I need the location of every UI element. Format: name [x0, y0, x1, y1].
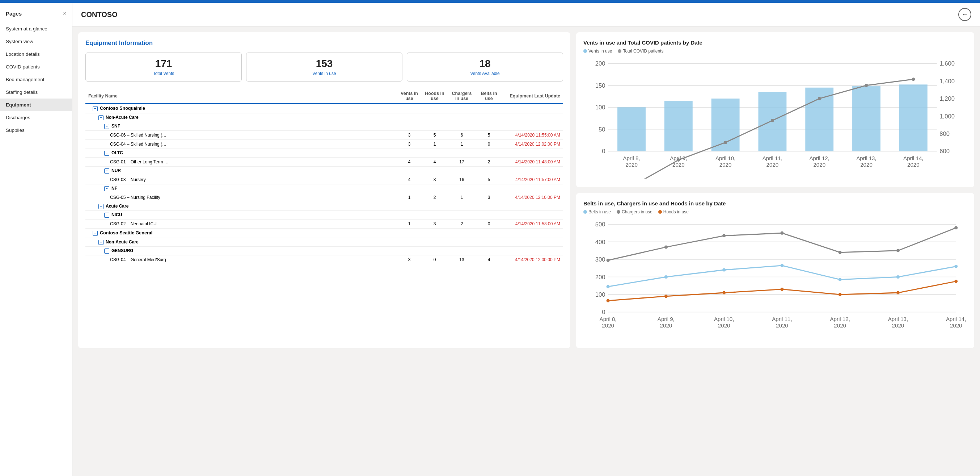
sidebar-close-button[interactable]: ×	[63, 10, 66, 17]
x-label: 2020	[860, 161, 872, 168]
collapse-icon[interactable]: −	[104, 186, 109, 191]
x-label: 2020	[672, 161, 685, 168]
sidebar-item-bed-management[interactable]: Bed management	[0, 73, 72, 86]
col-belts: Belts in use	[476, 89, 501, 104]
legend-dot	[618, 49, 621, 53]
content-area: CONTOSO ← Equipment Information 171Total…	[72, 3, 980, 476]
y-label-right: 1,200	[939, 95, 955, 102]
collapse-icon[interactable]: −	[99, 204, 103, 209]
collapse-icon[interactable]: −	[104, 168, 109, 174]
facility-name: CSG-06 – Skilled Nursing (…	[85, 131, 397, 140]
line-dot	[722, 268, 725, 272]
line-dot	[912, 78, 915, 81]
line-dot	[665, 294, 668, 298]
belts-value: 5	[476, 131, 501, 140]
col-vents: Vents in use	[397, 89, 422, 104]
y-label: 100	[595, 291, 605, 298]
collapse-icon[interactable]: −	[104, 124, 109, 129]
table-row: −Non-Acute Care	[85, 238, 563, 247]
table-row: CSG-03 – Nursery 4 3 16 5 4/14/2020 11:5…	[85, 175, 563, 184]
facility-name: CSG-01 – Other Long Term …	[85, 158, 397, 167]
stat-number: 171	[92, 58, 235, 70]
sidebar-nav: System at a glanceSystem viewLocation de…	[0, 22, 72, 137]
legend-label: Total COVID patients	[623, 48, 663, 54]
legend-label: Vents in use	[589, 48, 612, 54]
app-title: CONTOSO	[81, 11, 118, 19]
equipment-table-wrapper[interactable]: Facility Name Vents in use Hoods in use …	[85, 89, 563, 263]
group-name: Contoso Seattle General	[100, 230, 152, 235]
back-button[interactable]: ←	[958, 8, 971, 21]
sidebar-item-discharges[interactable]: Discharges	[0, 111, 72, 124]
equipment-section: Equipment Information 171Total Vents153V…	[78, 32, 570, 348]
stat-label: Vents in use	[252, 71, 396, 76]
line-dot	[771, 119, 774, 122]
vents-value: 3	[397, 140, 422, 149]
content-body: Equipment Information 171Total Vents153V…	[72, 26, 980, 354]
line-dot	[865, 84, 868, 87]
belts-value: 5	[476, 175, 501, 184]
collapse-icon[interactable]: −	[104, 212, 109, 218]
collapse-icon[interactable]: −	[104, 151, 109, 156]
hoods-value: 5	[422, 131, 447, 140]
vents-value: 1	[397, 219, 422, 228]
sidebar: Pages × System at a glanceSystem viewLoc…	[0, 3, 72, 476]
legend-dot	[583, 49, 587, 53]
chargers-value: 6	[447, 131, 476, 140]
table-row: −Contoso Seattle General	[85, 228, 563, 238]
top-bar	[0, 0, 980, 3]
sidebar-item-covid-patients[interactable]: COVID patients	[0, 61, 72, 73]
subgroup-name: Non-Acute Care	[106, 240, 138, 244]
chart1-card: Vents in use and Total COVID patients by…	[576, 32, 974, 187]
sidebar-item-location-details[interactable]: Location details	[0, 48, 72, 61]
sidebar-item-supplies[interactable]: Supplies	[0, 124, 72, 137]
sidebar-item-staffing-details[interactable]: Staffing details	[0, 86, 72, 99]
facility-name: CSG-03 – Nursery	[85, 175, 397, 184]
collapse-icon[interactable]: −	[104, 249, 109, 254]
date-value: 4/14/2020 12:00:00 PM	[501, 256, 563, 263]
bar	[617, 107, 646, 151]
line-dot	[665, 246, 668, 249]
x-label: 2020	[767, 161, 779, 168]
table-row: −SNF	[85, 122, 563, 131]
vents-value: 4	[397, 158, 422, 167]
hoods-value: 3	[422, 219, 447, 228]
line-dot	[954, 280, 958, 283]
vents-value: 3	[397, 131, 422, 140]
line-dot	[954, 226, 958, 229]
section-name: NF	[111, 186, 117, 191]
legend-item: Total COVID patients	[618, 48, 663, 54]
x-label: April 13,	[856, 155, 877, 161]
section-name: NICU	[111, 212, 122, 217]
equipment-table: Facility Name Vents in use Hoods in use …	[85, 89, 563, 263]
line-dot	[838, 251, 842, 254]
collapse-icon[interactable]: −	[93, 106, 98, 111]
sidebar-item-system-view[interactable]: System view	[0, 35, 72, 48]
collapse-icon[interactable]: −	[99, 240, 103, 245]
date-value: 4/14/2020 11:57:00 AM	[501, 175, 563, 184]
line-dot	[954, 265, 958, 268]
bar	[852, 86, 880, 151]
collapse-icon[interactable]: −	[93, 231, 98, 236]
belts-value: 0	[476, 219, 501, 228]
x-label: 2020	[813, 161, 826, 168]
group-name: Contoso Snoqualmie	[100, 106, 145, 111]
facility-name: CSG-04 – General Med/Surg	[85, 256, 397, 263]
y-label-right: 800	[939, 130, 950, 137]
sidebar-item-system-at-a-glance[interactable]: System at a glance	[0, 22, 72, 35]
x-label: April 9,	[670, 155, 687, 161]
line-dot	[896, 291, 900, 294]
sidebar-title: Pages	[6, 11, 22, 17]
sidebar-item-equipment[interactable]: Equipment	[0, 99, 72, 111]
hoods-value: 4	[422, 158, 447, 167]
y-label: 500	[595, 221, 605, 228]
table-row: CSG-06 – Skilled Nursing (… 3 5 6 5 4/14…	[85, 131, 563, 140]
y-label-right: 1,000	[939, 113, 955, 120]
y-label: 400	[595, 239, 605, 246]
line-dot	[896, 275, 900, 279]
collapse-icon[interactable]: −	[99, 115, 103, 120]
chart1-svg-container: 0501001502006008001,0001,2001,4001,600Ap…	[583, 58, 967, 180]
stat-card-total-vents: 171Total Vents	[85, 53, 242, 81]
table-row: −Acute Care	[85, 202, 563, 211]
stat-number: 153	[252, 58, 396, 70]
line-dot	[780, 288, 783, 291]
